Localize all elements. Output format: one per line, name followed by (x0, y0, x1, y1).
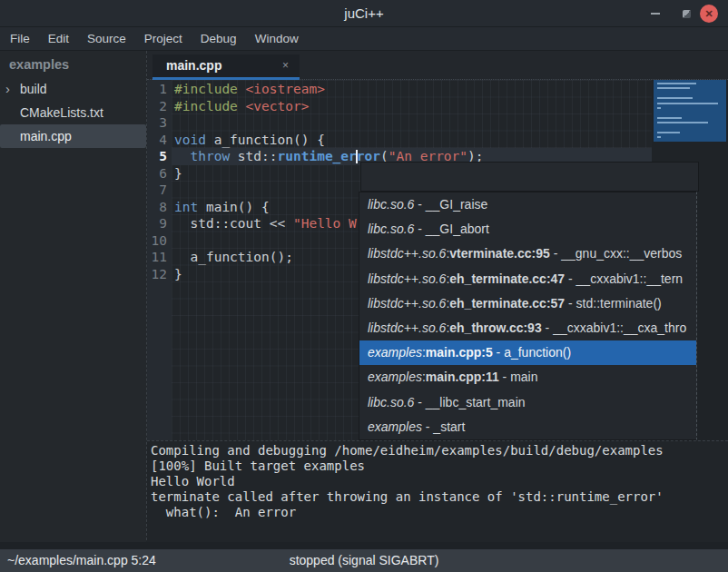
backtrace-item[interactable]: libc.so.6 - __GI_raise (359, 192, 696, 217)
backtrace-item[interactable]: examples:main.cpp:11 - main (359, 365, 696, 390)
menu-item-project[interactable]: Project (135, 27, 192, 50)
backtrace-item[interactable]: libstdc++.so.6:vterminate.cc:95 - __gnu_… (359, 242, 696, 266)
code-line[interactable] (172, 114, 652, 132)
backtrace-function: - __gnu_cxx::__verbos (550, 246, 683, 261)
juci-window: juCi++ ✕ FileEditSourceProjectDebugWindo… (0, 0, 728, 572)
code-line[interactable]: void a_function() { (172, 132, 652, 149)
code-token: main() { (198, 200, 270, 214)
terminal-output[interactable]: Compiling and debugging /home/eidheim/ex… (147, 441, 728, 542)
backtrace-tooltip (360, 162, 699, 192)
minimize-icon (651, 13, 660, 15)
status-bar: ~/examples/main.cpp 5:24 stopped (signal… (0, 549, 728, 572)
line-number: 4 (147, 132, 167, 149)
code-token: a_function() { (206, 133, 325, 147)
backtrace-item[interactable]: libstdc++.so.6:eh_terminate.cc:57 - std:… (359, 291, 696, 316)
code-token: } (174, 267, 182, 281)
backtrace-function: - main (499, 370, 538, 384)
line-number: 12 (147, 266, 167, 283)
backtrace-lib: libstdc++.so.6 (368, 321, 446, 335)
line-number: 7 (147, 182, 167, 199)
terminal-line: Compiling and debugging /home/eidheim/ex… (151, 443, 728, 459)
minimap-line (657, 136, 661, 138)
menu-bar: FileEditSourceProjectDebugWindow (0, 27, 728, 51)
backtrace-function: - a_function() (493, 345, 571, 360)
backtrace-item[interactable]: libc.so.6 - __GI_abort (359, 217, 696, 242)
backtrace-item[interactable]: examples:main.cpp:5 - a_function() (359, 340, 696, 365)
backtrace-lib: libstdc++.so.6 (368, 271, 446, 286)
terminal-line: what(): An error (151, 505, 728, 520)
backtrace-function: - __GI_raise (414, 197, 487, 212)
line-number: 6 (147, 165, 167, 182)
minimap-line (657, 122, 708, 123)
backtrace-function: - std::terminate() (565, 296, 662, 311)
minimap-line (657, 132, 680, 133)
line-number: 2 (147, 98, 167, 115)
code-token: "Hello W (293, 216, 357, 231)
restore-button[interactable] (677, 5, 695, 23)
minimap-line (657, 97, 693, 99)
backtrace-lib: examples (368, 345, 422, 360)
tab-close-icon[interactable]: × (282, 54, 289, 77)
code-token: #include (174, 99, 238, 113)
line-number-gutter: 123456789101112 (147, 80, 172, 440)
minimap-visible-region[interactable] (654, 80, 726, 142)
code-token: std:: (230, 149, 277, 163)
backtrace-item[interactable]: examples - _start (359, 415, 696, 439)
code-token: #include (174, 82, 238, 96)
tree-item-cmakelists-txt[interactable]: CMakeLists.txt (0, 101, 146, 124)
line-number: 10 (147, 232, 167, 250)
code-token (174, 149, 190, 163)
backtrace-function: - __GI_abort (414, 222, 489, 236)
chevron-right-icon[interactable]: › (5, 77, 10, 100)
menu-item-source[interactable]: Source (78, 27, 135, 50)
minimap-line (657, 87, 690, 89)
backtrace-file-line: eh_terminate.cc:57 (449, 296, 565, 311)
code-token: void (174, 133, 206, 147)
code-line[interactable]: #include <iostream> (172, 81, 652, 98)
backtrace-popup: libc.so.6 - __GI_raiselibc.so.6 - __GI_a… (359, 192, 697, 440)
tab-main-cpp[interactable]: main.cpp × (152, 54, 300, 80)
backtrace-item[interactable]: libstdc++.so.6:eh_terminate.cc:47 - __cx… (359, 267, 696, 291)
backtrace-item[interactable]: libstdc++.so.6:eh_throw.cc:93 - __cxxabi… (359, 316, 696, 340)
code-token: } (174, 166, 182, 181)
code-token: <iostream> (246, 82, 325, 96)
menu-item-file[interactable]: File (1, 27, 39, 50)
menu-item-edit[interactable]: Edit (39, 27, 78, 50)
line-number: 3 (147, 114, 167, 132)
close-button[interactable]: ✕ (700, 5, 718, 23)
code-token: <vector> (246, 99, 310, 113)
restore-icon (683, 10, 691, 18)
tree-item-label: build (20, 82, 47, 96)
backtrace-function: - _start (422, 419, 465, 434)
line-number: 5 (147, 148, 167, 165)
tab-label: main.cpp (152, 54, 300, 77)
backtrace-file-line: vterminate.cc:95 (449, 246, 550, 261)
line-number: 1 (147, 81, 167, 98)
tree-header: examples (0, 51, 146, 77)
close-icon: ✕ (700, 5, 718, 23)
project-tree: examples ›buildCMakeLists.txtmain.cpp (0, 51, 146, 549)
backtrace-lib: examples (368, 419, 422, 434)
code-token: a_function(); (174, 250, 293, 264)
menu-item-debug[interactable]: Debug (192, 27, 246, 50)
backtrace-function: - __cxxabiv1::__tern (565, 271, 683, 286)
tree-item-main-cpp[interactable]: main.cpp (0, 124, 146, 148)
tree-item-build[interactable]: ›build (0, 77, 146, 101)
code-token: throw (190, 149, 230, 163)
line-number: 8 (147, 199, 167, 216)
code-token: runtime_er (278, 149, 357, 163)
line-number: 11 (147, 249, 167, 266)
status-debug-state: stopped (signal SIGABRT) (0, 549, 728, 571)
minimize-button[interactable] (646, 5, 664, 23)
code-token: std::cout << (174, 216, 293, 231)
minimap-line (657, 107, 661, 109)
code-token (238, 82, 246, 96)
tab-bar: main.cpp × (147, 51, 728, 80)
backtrace-file-line: main.cpp:5 (426, 345, 493, 360)
menu-item-window[interactable]: Window (246, 27, 308, 50)
backtrace-file-line: main.cpp:11 (426, 370, 499, 384)
window-title: juCi++ (0, 0, 728, 27)
backtrace-function: - __cxxabiv1::__cxa_thro (542, 321, 687, 335)
backtrace-item[interactable]: libc.so.6 - __libc_start_main (359, 390, 696, 415)
code-line[interactable]: #include <vector> (172, 98, 652, 115)
